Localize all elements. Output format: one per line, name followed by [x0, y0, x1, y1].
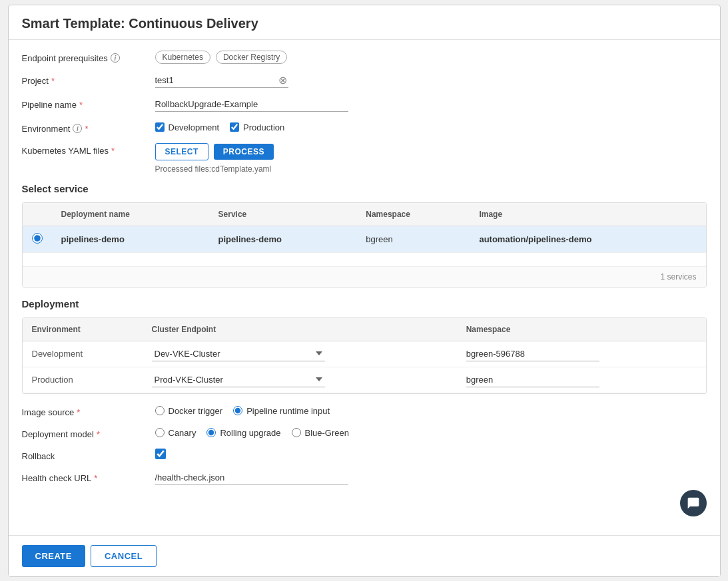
pipeline-name-input[interactable] [155, 97, 348, 112]
image-source-docker-radio[interactable] [155, 406, 165, 415]
project-label: Project * [22, 73, 155, 86]
services-table-container: Deployment name Service Namespace Image … [22, 202, 707, 288]
env-development-item[interactable]: Development [155, 122, 220, 132]
health-check-row: Health check URL * [22, 471, 707, 485]
services-table-head: Deployment name Service Namespace Image [23, 203, 706, 226]
deploy-col-namespace: Namespace [457, 318, 706, 341]
environment-info-icon[interactable]: i [73, 124, 82, 133]
rollback-checkbox[interactable] [155, 449, 166, 459]
project-input-wrapper: ⊗ [155, 73, 288, 88]
deploy-col-env: Environment [23, 318, 143, 341]
deployment-section-title: Deployment [22, 298, 707, 309]
deployment-model-label: Deployment model * [22, 427, 155, 439]
col-radio [23, 203, 52, 226]
k8s-yaml-row: Kubernetes YAML files * SELECT PROCESS P… [22, 143, 707, 174]
tag-docker-registry: Docker Registry [216, 51, 287, 64]
row-radio[interactable] [32, 233, 43, 244]
deploy-model-rolling-radio[interactable] [206, 428, 216, 437]
chat-icon [687, 496, 700, 510]
deployment-table: Environment Cluster Endpoint Namespace D… [23, 318, 706, 393]
k8s-yaml-control: SELECT PROCESS Processed files:cdTemplat… [155, 143, 707, 174]
row-deployment-name: pipelines-demo [52, 226, 209, 252]
row-image: automation/pipelines-demo [470, 226, 705, 252]
deploy-model-canary-label: Canary [169, 428, 196, 438]
deploy-model-rolling-item[interactable]: Rolling upgrade [206, 428, 280, 438]
select-service-title: Select service [22, 183, 707, 194]
endpoint-prerequisites-label: Endpoint prerequisites i [22, 51, 155, 63]
deploy-cluster-production: Prod-VKE-Cluster [143, 367, 457, 393]
modal-footer: CREATE CANCEL [9, 535, 720, 576]
form-body: Endpoint prerequisites i Kubernetes Dock… [9, 40, 720, 505]
deploy-model-canary-radio[interactable] [155, 428, 165, 437]
image-source-label: Image source * [22, 405, 155, 417]
services-table: Deployment name Service Namespace Image … [23, 203, 706, 266]
row-service: pipelines-demo [209, 226, 357, 252]
env-development-label: Development [169, 122, 220, 132]
env-production-checkbox[interactable] [230, 122, 239, 132]
deployment-table-container: Environment Cluster Endpoint Namespace D… [22, 317, 707, 394]
deploy-model-bluegreen-item[interactable]: Blue-Green [292, 428, 349, 438]
dev-cluster-dropdown[interactable]: Dev-VKE-Cluster [152, 347, 325, 361]
rollback-label: Rollback [22, 449, 155, 461]
deploy-env-development: Development [23, 341, 143, 367]
row-radio-cell[interactable] [23, 226, 52, 252]
rollback-control [155, 449, 707, 461]
env-production-item[interactable]: Production [230, 122, 284, 132]
deploy-ns-production [457, 367, 706, 393]
image-source-pipeline-label: Pipeline runtime input [246, 406, 330, 416]
project-input[interactable] [155, 73, 288, 88]
pipeline-name-control [155, 97, 707, 112]
table-row-empty [23, 252, 706, 266]
select-button[interactable]: SELECT [155, 143, 208, 160]
k8s-yaml-label: Kubernetes YAML files * [22, 143, 155, 156]
rollback-row: Rollback [22, 449, 707, 461]
process-button[interactable]: PROCESS [214, 144, 274, 160]
image-source-docker-item[interactable]: Docker trigger [155, 406, 223, 416]
deploy-ns-development [457, 341, 706, 367]
prod-namespace-input[interactable] [466, 373, 599, 387]
services-table-footer: 1 services [23, 266, 706, 287]
col-deployment-name: Deployment name [52, 203, 209, 226]
pipeline-name-label: Pipeline name * [22, 97, 155, 110]
modal-title: Smart Template: Continuous Delivery [9, 5, 720, 40]
col-service: Service [209, 203, 357, 226]
processed-files-text: Processed files:cdTemplate.yaml [155, 164, 707, 174]
cancel-button[interactable]: CANCEL [91, 545, 157, 567]
deploy-row-production: Production Prod-VKE-Cluster [23, 367, 706, 393]
tag-kubernetes: Kubernetes [155, 51, 210, 64]
row-namespace: bgreen [356, 226, 470, 252]
env-development-checkbox[interactable] [155, 122, 165, 132]
k8s-yaml-buttons: SELECT PROCESS [155, 143, 707, 160]
image-source-pipeline-item[interactable]: Pipeline runtime input [233, 406, 330, 416]
deploy-col-cluster: Cluster Endpoint [143, 318, 457, 341]
dev-namespace-input[interactable] [466, 347, 599, 361]
pipeline-name-row: Pipeline name * [22, 97, 707, 112]
create-button[interactable]: CREATE [22, 545, 85, 567]
deployment-header-row: Environment Cluster Endpoint Namespace [23, 318, 706, 341]
env-production-label: Production [243, 122, 284, 132]
health-check-input[interactable] [155, 471, 348, 485]
health-check-label: Health check URL * [22, 471, 155, 483]
environment-label: Environment i * [22, 121, 155, 134]
deploy-model-bluegreen-radio[interactable] [292, 428, 301, 437]
project-clear-icon[interactable]: ⊗ [278, 75, 287, 86]
prod-cluster-dropdown[interactable]: Prod-VKE-Cluster [152, 373, 325, 387]
deploy-row-development: Development Dev-VKE-Cluster [23, 341, 706, 367]
image-source-docker-label: Docker trigger [169, 406, 223, 416]
deploy-env-production: Production [23, 367, 143, 393]
services-table-body: pipelines-demo pipelines-demo bgreen aut… [23, 226, 706, 266]
project-control: ⊗ [155, 73, 707, 88]
info-icon[interactable]: i [111, 53, 120, 63]
deploy-cluster-development: Dev-VKE-Cluster [143, 341, 457, 367]
environment-control: Development Production [155, 121, 707, 132]
deployment-table-head: Environment Cluster Endpoint Namespace [23, 318, 706, 341]
deploy-model-bluegreen-label: Blue-Green [305, 428, 349, 438]
chat-bubble-button[interactable] [680, 490, 707, 516]
deploy-model-canary-item[interactable]: Canary [155, 428, 196, 438]
table-row[interactable]: pipelines-demo pipelines-demo bgreen aut… [23, 226, 706, 252]
image-source-pipeline-radio[interactable] [233, 406, 242, 415]
image-source-row: Image source * Docker trigger Pipeline r… [22, 405, 707, 417]
image-source-control: Docker trigger Pipeline runtime input [155, 405, 707, 416]
endpoint-tags: Kubernetes Docker Registry [155, 51, 707, 64]
deployment-model-control: Canary Rolling upgrade Blue-Green [155, 427, 707, 438]
